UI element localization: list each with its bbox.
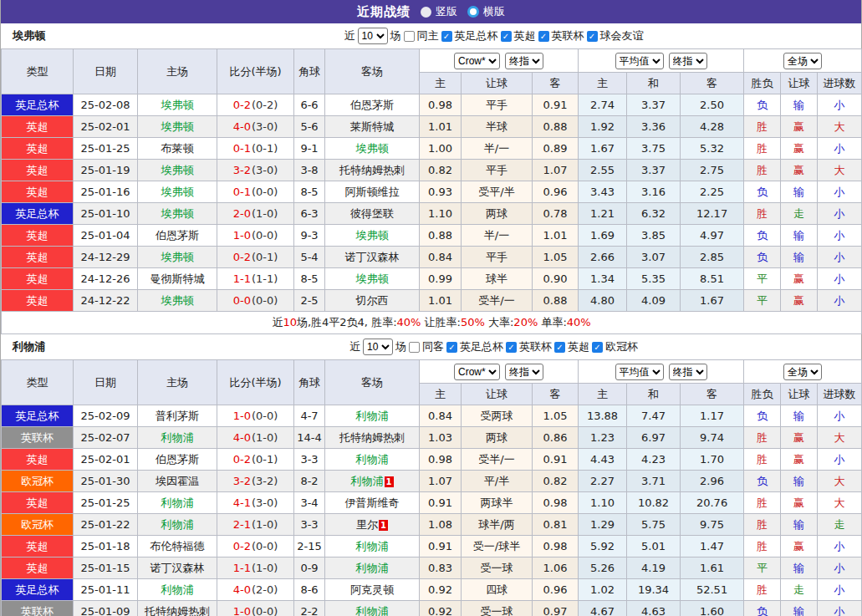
away-team[interactable]: 阿斯顿维拉	[325, 181, 420, 203]
away-team[interactable]: 埃弗顿	[325, 268, 420, 290]
home-team[interactable]: 埃弗顿	[138, 160, 217, 181]
score-halftime[interactable]: 0-0(0-0)	[217, 290, 294, 312]
away-team[interactable]: 利物浦	[325, 601, 420, 616]
away-team[interactable]: 埃弗顿	[325, 225, 420, 247]
league-checkbox[interactable]	[587, 31, 598, 42]
score-halftime[interactable]: 0-2(0-1)	[217, 449, 294, 471]
col-home: 主场	[138, 360, 217, 405]
score-halftime[interactable]: 0-1(0-0)	[217, 181, 294, 203]
average-select[interactable]: 平均值	[615, 364, 664, 380]
same-venue-checkbox[interactable]	[409, 342, 420, 353]
home-odds: 0.91	[420, 536, 462, 557]
home-team[interactable]: 布伦特福德	[138, 536, 217, 557]
home-team[interactable]: 利物浦	[138, 514, 217, 536]
radio-horizontal-icon[interactable]	[467, 6, 479, 18]
score-halftime[interactable]: 4-0(3-0)	[217, 116, 294, 138]
home-team[interactable]: 利物浦	[138, 492, 217, 514]
score-halftime[interactable]: 4-0(1-0)	[217, 427, 294, 449]
home-team[interactable]: 伯恩茅斯	[138, 449, 217, 471]
away-team[interactable]: 托特纳姆热刺	[325, 160, 420, 181]
col-avg-home: 主	[579, 73, 627, 94]
home-team[interactable]: 伯恩茅斯	[138, 225, 217, 247]
result-handicap: 赢	[781, 492, 818, 514]
home-team[interactable]: 普利茅斯	[138, 405, 217, 427]
away-team[interactable]: 利物浦1	[325, 471, 420, 492]
final-odds-select[interactable]: 终指	[505, 364, 543, 380]
league-checkbox[interactable]	[554, 342, 565, 353]
home-team[interactable]: 埃弗顿	[138, 181, 217, 203]
recent-count-select[interactable]: 10	[363, 339, 393, 355]
away-team[interactable]: 切尔西	[325, 290, 420, 312]
league-checkbox[interactable]	[501, 31, 512, 42]
away-team[interactable]: 托特纳姆热刺	[325, 427, 420, 449]
away-team[interactable]: 莱斯特城	[325, 116, 420, 138]
away-team[interactable]: 阿克灵顿	[325, 579, 420, 601]
recent-count-select[interactable]: 10	[358, 28, 388, 44]
home-team[interactable]: 埃弗顿	[138, 290, 217, 312]
score-halftime[interactable]: 0-2(0-2)	[217, 94, 294, 116]
away-team[interactable]: 利物浦	[325, 405, 420, 427]
match-date: 25-01-11	[74, 579, 138, 601]
away-team[interactable]: 伊普斯维奇	[325, 492, 420, 514]
away-team[interactable]: 埃弗顿	[325, 138, 420, 160]
bookmaker-select[interactable]: Crow*	[454, 53, 500, 69]
league-label: 球会友谊	[600, 28, 644, 43]
league-checkbox[interactable]	[446, 342, 457, 353]
score-halftime[interactable]: 1-1(1-1)	[217, 268, 294, 290]
match-row: 英超24-12-29埃弗顿0-2(0-1)5-4诺丁汉森林0.84平手1.052…	[2, 247, 862, 268]
away-team[interactable]: 利物浦	[325, 449, 420, 471]
home-team[interactable]: 布莱顿	[138, 138, 217, 160]
league-checkbox[interactable]	[506, 342, 517, 353]
away-team[interactable]: 伯恩茅斯	[325, 94, 420, 116]
home-team[interactable]: 托特纳姆热刺	[138, 601, 217, 616]
league-type-badge: 英超	[2, 138, 74, 160]
radio-vertical-icon[interactable]	[421, 7, 431, 18]
score-halftime[interactable]: 4-0(2-0)	[217, 579, 294, 601]
score-halftime[interactable]: 1-0(0-0)	[217, 225, 294, 247]
home-team[interactable]: 埃因霍温	[138, 471, 217, 492]
score-halftime[interactable]: 3-2(3-0)	[217, 160, 294, 181]
home-team[interactable]: 埃弗顿	[138, 94, 217, 116]
final-odds-select[interactable]: 终指	[505, 53, 543, 69]
home-team[interactable]: 诺丁汉森林	[138, 557, 217, 579]
away-team[interactable]: 诺丁汉森林	[325, 247, 420, 268]
home-team[interactable]: 埃弗顿	[138, 203, 217, 225]
result-goals: 小	[818, 536, 862, 557]
scope-select[interactable]: 全场	[783, 364, 822, 380]
away-odds: 0.78	[533, 203, 579, 225]
bookmaker-select[interactable]: Crow*	[454, 364, 500, 380]
score-halftime[interactable]: 1-1(1-0)	[217, 557, 294, 579]
score-halftime[interactable]: 2-1(1-0)	[217, 514, 294, 536]
home-team[interactable]: 利物浦	[138, 427, 217, 449]
match-row: 英超25-01-25利物浦4-1(3-0)3-4伊普斯维奇0.91两球半0.98…	[2, 492, 862, 514]
same-venue-checkbox[interactable]	[404, 31, 415, 42]
league-checkbox[interactable]	[592, 342, 603, 353]
score-halftime[interactable]: 0-1(0-1)	[217, 138, 294, 160]
avg-away-odds: 2.96	[681, 471, 744, 492]
final-odds-select[interactable]: 终指	[669, 364, 707, 380]
final-odds-select[interactable]: 终指	[669, 53, 707, 69]
score-halftime[interactable]: 4-1(3-0)	[217, 492, 294, 514]
home-team[interactable]: 利物浦	[138, 579, 217, 601]
score-halftime[interactable]: 1-0(0-0)	[217, 405, 294, 427]
score-halftime[interactable]: 1-0(0-0)	[217, 601, 294, 616]
home-team[interactable]: 曼彻斯特城	[138, 268, 217, 290]
layout-option-horizontal[interactable]: 横版	[467, 4, 505, 19]
match-date: 25-02-01	[74, 449, 138, 471]
layout-option-vertical[interactable]: 竖版	[421, 4, 457, 19]
away-team[interactable]: 彼得堡联	[325, 203, 420, 225]
away-team[interactable]: 利物浦	[325, 557, 420, 579]
scope-select[interactable]: 全场	[783, 53, 822, 69]
away-team[interactable]: 利物浦	[325, 536, 420, 557]
home-team[interactable]: 埃弗顿	[138, 247, 217, 268]
score-halftime[interactable]: 0-2(0-0)	[217, 536, 294, 557]
score-halftime[interactable]: 0-2(0-1)	[217, 247, 294, 268]
league-checkbox[interactable]	[538, 31, 549, 42]
league-checkbox[interactable]	[441, 31, 452, 42]
average-select[interactable]: 平均值	[615, 53, 664, 69]
home-team[interactable]: 埃弗顿	[138, 116, 217, 138]
score-halftime[interactable]: 2-0(1-0)	[217, 203, 294, 225]
away-team[interactable]: 里尔1	[325, 514, 420, 536]
score-halftime[interactable]: 3-2(3-2)	[217, 471, 294, 492]
away-odds: 0.96	[533, 579, 579, 601]
